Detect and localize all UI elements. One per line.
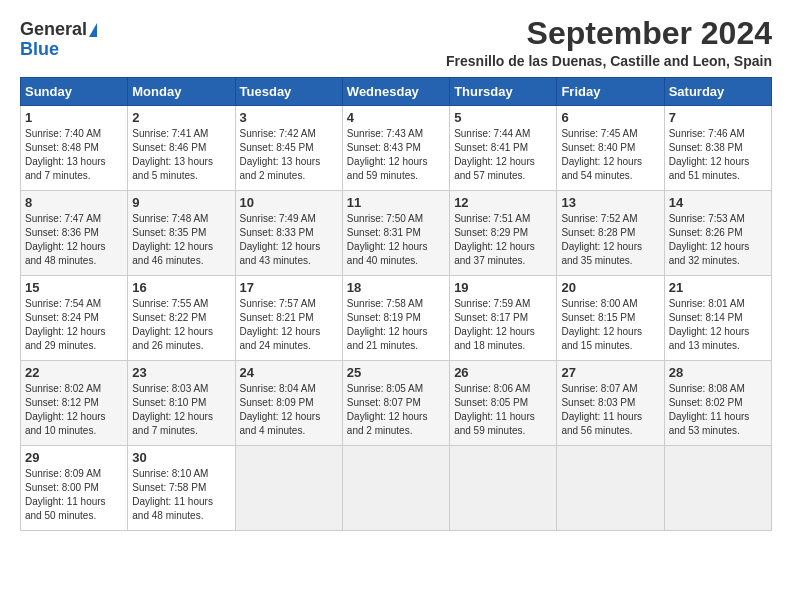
calendar-cell: 25Sunrise: 8:05 AM Sunset: 8:07 PM Dayli… — [342, 361, 449, 446]
day-number: 26 — [454, 365, 552, 380]
calendar-cell: 13Sunrise: 7:52 AM Sunset: 8:28 PM Dayli… — [557, 191, 664, 276]
cell-content: Sunrise: 7:59 AM Sunset: 8:17 PM Dayligh… — [454, 298, 535, 351]
cell-content: Sunrise: 8:09 AM Sunset: 8:00 PM Dayligh… — [25, 468, 106, 521]
day-number: 30 — [132, 450, 230, 465]
day-number: 16 — [132, 280, 230, 295]
calendar-cell: 6Sunrise: 7:45 AM Sunset: 8:40 PM Daylig… — [557, 106, 664, 191]
day-number: 25 — [347, 365, 445, 380]
calendar-cell: 30Sunrise: 8:10 AM Sunset: 7:58 PM Dayli… — [128, 446, 235, 531]
calendar-cell: 19Sunrise: 7:59 AM Sunset: 8:17 PM Dayli… — [450, 276, 557, 361]
calendar-cell: 5Sunrise: 7:44 AM Sunset: 8:41 PM Daylig… — [450, 106, 557, 191]
calendar-week-3: 15Sunrise: 7:54 AM Sunset: 8:24 PM Dayli… — [21, 276, 772, 361]
cell-content: Sunrise: 7:51 AM Sunset: 8:29 PM Dayligh… — [454, 213, 535, 266]
calendar-cell: 7Sunrise: 7:46 AM Sunset: 8:38 PM Daylig… — [664, 106, 771, 191]
day-number: 17 — [240, 280, 338, 295]
logo-blue-text: Blue — [20, 40, 59, 60]
day-number: 6 — [561, 110, 659, 125]
calendar-cell: 9Sunrise: 7:48 AM Sunset: 8:35 PM Daylig… — [128, 191, 235, 276]
calendar-cell: 3Sunrise: 7:42 AM Sunset: 8:45 PM Daylig… — [235, 106, 342, 191]
calendar-cell: 1Sunrise: 7:40 AM Sunset: 8:48 PM Daylig… — [21, 106, 128, 191]
cell-content: Sunrise: 7:58 AM Sunset: 8:19 PM Dayligh… — [347, 298, 428, 351]
calendar-cell: 21Sunrise: 8:01 AM Sunset: 8:14 PM Dayli… — [664, 276, 771, 361]
header-friday: Friday — [557, 78, 664, 106]
day-number: 1 — [25, 110, 123, 125]
page-header: General Blue September 2024 Fresnillo de… — [20, 16, 772, 69]
title-block: September 2024 Fresnillo de las Duenas, … — [446, 16, 772, 69]
calendar-cell: 2Sunrise: 7:41 AM Sunset: 8:46 PM Daylig… — [128, 106, 235, 191]
day-number: 11 — [347, 195, 445, 210]
calendar-cell — [557, 446, 664, 531]
day-number: 15 — [25, 280, 123, 295]
day-number: 20 — [561, 280, 659, 295]
day-number: 21 — [669, 280, 767, 295]
calendar-cell — [342, 446, 449, 531]
calendar-cell: 29Sunrise: 8:09 AM Sunset: 8:00 PM Dayli… — [21, 446, 128, 531]
cell-content: Sunrise: 7:42 AM Sunset: 8:45 PM Dayligh… — [240, 128, 321, 181]
calendar-cell: 15Sunrise: 7:54 AM Sunset: 8:24 PM Dayli… — [21, 276, 128, 361]
calendar-cell: 24Sunrise: 8:04 AM Sunset: 8:09 PM Dayli… — [235, 361, 342, 446]
day-number: 12 — [454, 195, 552, 210]
calendar-week-4: 22Sunrise: 8:02 AM Sunset: 8:12 PM Dayli… — [21, 361, 772, 446]
day-number: 10 — [240, 195, 338, 210]
cell-content: Sunrise: 7:52 AM Sunset: 8:28 PM Dayligh… — [561, 213, 642, 266]
day-number: 7 — [669, 110, 767, 125]
calendar-cell: 14Sunrise: 7:53 AM Sunset: 8:26 PM Dayli… — [664, 191, 771, 276]
calendar-table: SundayMondayTuesdayWednesdayThursdayFrid… — [20, 77, 772, 531]
calendar-cell: 20Sunrise: 8:00 AM Sunset: 8:15 PM Dayli… — [557, 276, 664, 361]
calendar-week-2: 8Sunrise: 7:47 AM Sunset: 8:36 PM Daylig… — [21, 191, 772, 276]
header-tuesday: Tuesday — [235, 78, 342, 106]
calendar-cell: 26Sunrise: 8:06 AM Sunset: 8:05 PM Dayli… — [450, 361, 557, 446]
day-number: 9 — [132, 195, 230, 210]
cell-content: Sunrise: 7:46 AM Sunset: 8:38 PM Dayligh… — [669, 128, 750, 181]
cell-content: Sunrise: 7:54 AM Sunset: 8:24 PM Dayligh… — [25, 298, 106, 351]
calendar-cell: 23Sunrise: 8:03 AM Sunset: 8:10 PM Dayli… — [128, 361, 235, 446]
calendar-cell: 8Sunrise: 7:47 AM Sunset: 8:36 PM Daylig… — [21, 191, 128, 276]
day-number: 2 — [132, 110, 230, 125]
day-number: 23 — [132, 365, 230, 380]
calendar-week-1: 1Sunrise: 7:40 AM Sunset: 8:48 PM Daylig… — [21, 106, 772, 191]
calendar-cell: 17Sunrise: 7:57 AM Sunset: 8:21 PM Dayli… — [235, 276, 342, 361]
cell-content: Sunrise: 7:50 AM Sunset: 8:31 PM Dayligh… — [347, 213, 428, 266]
day-number: 19 — [454, 280, 552, 295]
calendar-cell: 28Sunrise: 8:08 AM Sunset: 8:02 PM Dayli… — [664, 361, 771, 446]
header-row: SundayMondayTuesdayWednesdayThursdayFrid… — [21, 78, 772, 106]
day-number: 27 — [561, 365, 659, 380]
calendar-cell: 18Sunrise: 7:58 AM Sunset: 8:19 PM Dayli… — [342, 276, 449, 361]
day-number: 3 — [240, 110, 338, 125]
logo-triangle-icon — [89, 23, 97, 37]
header-wednesday: Wednesday — [342, 78, 449, 106]
cell-content: Sunrise: 7:47 AM Sunset: 8:36 PM Dayligh… — [25, 213, 106, 266]
cell-content: Sunrise: 8:02 AM Sunset: 8:12 PM Dayligh… — [25, 383, 106, 436]
cell-content: Sunrise: 7:45 AM Sunset: 8:40 PM Dayligh… — [561, 128, 642, 181]
calendar-cell: 16Sunrise: 7:55 AM Sunset: 8:22 PM Dayli… — [128, 276, 235, 361]
day-number: 13 — [561, 195, 659, 210]
cell-content: Sunrise: 8:01 AM Sunset: 8:14 PM Dayligh… — [669, 298, 750, 351]
cell-content: Sunrise: 7:48 AM Sunset: 8:35 PM Dayligh… — [132, 213, 213, 266]
cell-content: Sunrise: 8:08 AM Sunset: 8:02 PM Dayligh… — [669, 383, 750, 436]
cell-content: Sunrise: 7:44 AM Sunset: 8:41 PM Dayligh… — [454, 128, 535, 181]
cell-content: Sunrise: 8:04 AM Sunset: 8:09 PM Dayligh… — [240, 383, 321, 436]
calendar-cell: 27Sunrise: 8:07 AM Sunset: 8:03 PM Dayli… — [557, 361, 664, 446]
calendar-cell — [235, 446, 342, 531]
calendar-body: 1Sunrise: 7:40 AM Sunset: 8:48 PM Daylig… — [21, 106, 772, 531]
cell-content: Sunrise: 7:43 AM Sunset: 8:43 PM Dayligh… — [347, 128, 428, 181]
day-number: 8 — [25, 195, 123, 210]
month-title: September 2024 — [446, 16, 772, 51]
calendar-week-5: 29Sunrise: 8:09 AM Sunset: 8:00 PM Dayli… — [21, 446, 772, 531]
day-number: 24 — [240, 365, 338, 380]
cell-content: Sunrise: 7:57 AM Sunset: 8:21 PM Dayligh… — [240, 298, 321, 351]
header-monday: Monday — [128, 78, 235, 106]
header-thursday: Thursday — [450, 78, 557, 106]
location-title: Fresnillo de las Duenas, Castille and Le… — [446, 53, 772, 69]
day-number: 29 — [25, 450, 123, 465]
header-saturday: Saturday — [664, 78, 771, 106]
day-number: 14 — [669, 195, 767, 210]
calendar-cell: 22Sunrise: 8:02 AM Sunset: 8:12 PM Dayli… — [21, 361, 128, 446]
cell-content: Sunrise: 7:41 AM Sunset: 8:46 PM Dayligh… — [132, 128, 213, 181]
cell-content: Sunrise: 8:05 AM Sunset: 8:07 PM Dayligh… — [347, 383, 428, 436]
cell-content: Sunrise: 7:49 AM Sunset: 8:33 PM Dayligh… — [240, 213, 321, 266]
logo: General Blue — [20, 20, 97, 60]
day-number: 4 — [347, 110, 445, 125]
day-number: 28 — [669, 365, 767, 380]
cell-content: Sunrise: 8:03 AM Sunset: 8:10 PM Dayligh… — [132, 383, 213, 436]
